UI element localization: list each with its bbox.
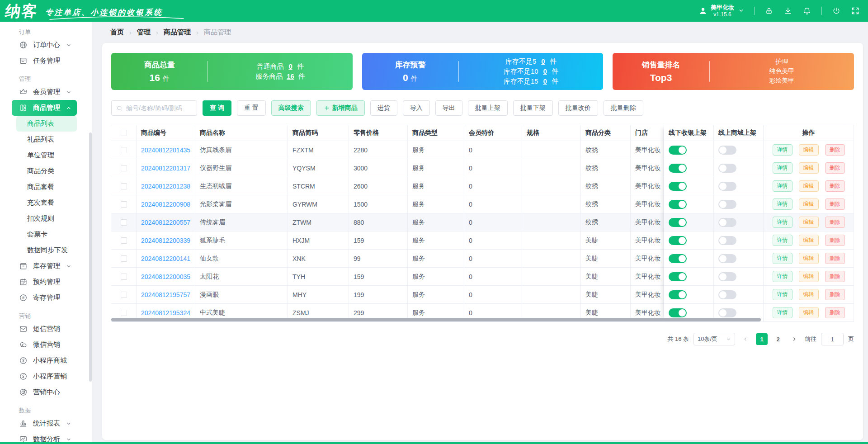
toolbar-button[interactable]: 批量改价: [558, 100, 598, 116]
row-checkbox[interactable]: [121, 165, 127, 171]
sidebar-item[interactable]: 任务管理: [12, 53, 77, 69]
delete-button[interactable]: 删除: [825, 162, 845, 174]
sidebar-subitem[interactable]: 扣次规则: [16, 211, 77, 227]
edit-button[interactable]: 编辑: [799, 144, 819, 156]
detail-button[interactable]: 详情: [773, 307, 793, 318]
online-mall-toggle[interactable]: [718, 272, 736, 281]
delete-button[interactable]: 删除: [825, 289, 845, 300]
edit-button[interactable]: 编辑: [799, 271, 819, 282]
detail-button[interactable]: 详情: [773, 162, 793, 174]
offline-cash-toggle[interactable]: [669, 182, 687, 191]
offline-cash-toggle[interactable]: [669, 236, 687, 245]
product-code-link[interactable]: 20240812200141: [141, 255, 190, 262]
delete-button[interactable]: 删除: [825, 198, 845, 210]
sidebar-subitem[interactable]: 商品套餐: [16, 179, 77, 195]
detail-button[interactable]: 详情: [773, 217, 793, 228]
detail-button[interactable]: 详情: [773, 180, 793, 192]
offline-cash-toggle[interactable]: [669, 254, 687, 263]
delete-button[interactable]: 删除: [825, 235, 845, 246]
sidebar-item[interactable]: 营销中心: [12, 384, 77, 400]
detail-button[interactable]: 详情: [773, 271, 793, 282]
sidebar-item[interactable]: 库存管理: [12, 258, 77, 274]
delete-button[interactable]: 删除: [825, 307, 845, 318]
row-checkbox[interactable]: [121, 219, 127, 226]
goto-page-input[interactable]: [821, 333, 844, 345]
page-button[interactable]: 1: [756, 333, 768, 345]
horizontal-scroll-thumb[interactable]: [111, 318, 761, 321]
edit-button[interactable]: 编辑: [799, 217, 819, 228]
row-checkbox[interactable]: [121, 292, 127, 298]
row-checkbox[interactable]: [121, 310, 127, 316]
online-mall-toggle[interactable]: [718, 254, 736, 263]
edit-button[interactable]: 编辑: [799, 180, 819, 192]
edit-button[interactable]: 编辑: [799, 162, 819, 174]
edit-button[interactable]: 编辑: [799, 235, 819, 246]
fullscreen-icon[interactable]: [851, 6, 860, 15]
sidebar-subitem[interactable]: 单位管理: [16, 147, 77, 163]
power-icon[interactable]: [832, 6, 841, 15]
sidebar-item[interactable]: 预约管理: [12, 274, 77, 290]
detail-button[interactable]: 详情: [773, 253, 793, 264]
sidebar-item[interactable]: 寄寄存管理: [12, 290, 77, 306]
product-code-link[interactable]: 20240812201317: [141, 165, 190, 172]
breadcrumb-item[interactable]: 商品管理: [164, 28, 191, 37]
product-code-link[interactable]: 20240812195757: [141, 291, 190, 298]
page-size-select[interactable]: 10条/页: [693, 333, 735, 345]
bell-icon[interactable]: [802, 6, 811, 15]
online-mall-toggle[interactable]: [718, 218, 736, 227]
toolbar-button[interactable]: 批量删除: [604, 100, 643, 116]
edit-button[interactable]: 编辑: [799, 289, 819, 300]
edit-button[interactable]: 编辑: [799, 307, 819, 318]
toolbar-button[interactable]: 批量上架: [468, 100, 508, 116]
product-code-link[interactable]: 20240812201435: [141, 146, 190, 154]
offline-cash-toggle[interactable]: [669, 218, 687, 227]
lock-icon[interactable]: [764, 6, 774, 15]
delete-button[interactable]: 删除: [825, 271, 845, 282]
row-checkbox[interactable]: [121, 255, 127, 262]
breadcrumb-item[interactable]: 首页: [110, 28, 124, 37]
offline-cash-toggle[interactable]: [669, 164, 687, 173]
select-all-checkbox[interactable]: [121, 130, 127, 136]
page-button[interactable]: 2: [772, 333, 784, 345]
product-code-link[interactable]: 20240812200035: [141, 273, 190, 280]
toolbar-button[interactable]: 进货: [370, 100, 397, 116]
edit-button[interactable]: 编辑: [799, 253, 819, 264]
toolbar-button[interactable]: 重 置: [237, 100, 266, 116]
row-checkbox[interactable]: [121, 147, 127, 153]
account-menu[interactable]: 美甲化妆 v1.15.6: [698, 4, 744, 18]
online-mall-toggle[interactable]: [718, 200, 736, 209]
sidebar-subitem[interactable]: 充次套餐: [16, 195, 77, 211]
sidebar-subitem[interactable]: 礼品列表: [16, 132, 77, 147]
sidebar-item[interactable]: 小程序营销: [12, 368, 77, 384]
sidebar-item[interactable]: 订单中心: [12, 37, 77, 53]
offline-cash-toggle[interactable]: [669, 200, 687, 209]
delete-button[interactable]: 删除: [825, 180, 845, 192]
product-code-link[interactable]: 20240812201238: [141, 183, 190, 190]
delete-button[interactable]: 删除: [825, 217, 845, 228]
row-checkbox[interactable]: [121, 274, 127, 280]
offline-cash-toggle[interactable]: [669, 308, 687, 317]
online-mall-toggle[interactable]: [718, 308, 736, 317]
next-page-button[interactable]: [788, 333, 800, 345]
sidebar-scroll-thumb[interactable]: [89, 132, 92, 382]
detail-button[interactable]: 详情: [773, 289, 793, 300]
row-checkbox[interactable]: [121, 183, 127, 189]
offline-cash-toggle[interactable]: [669, 290, 687, 299]
row-checkbox[interactable]: [121, 237, 127, 244]
toolbar-button[interactable]: 新增商品: [316, 100, 365, 116]
sidebar-item[interactable]: 商品管理: [12, 100, 77, 116]
row-checkbox[interactable]: [121, 201, 127, 208]
online-mall-toggle[interactable]: [718, 182, 736, 191]
toolbar-button[interactable]: 导出: [435, 100, 462, 116]
sidebar-subitem[interactable]: 商品列表: [16, 116, 77, 132]
delete-button[interactable]: 删除: [825, 253, 845, 264]
delete-button[interactable]: 删除: [825, 144, 845, 156]
sidebar-item[interactable]: 短信营销: [12, 321, 77, 337]
search-input[interactable]: [126, 104, 192, 112]
detail-button[interactable]: 详情: [773, 198, 793, 210]
sidebar-item[interactable]: 微信营销: [12, 337, 77, 353]
online-mall-toggle[interactable]: [718, 290, 736, 299]
sidebar-item[interactable]: 小程序商城: [12, 353, 77, 368]
sidebar-subitem[interactable]: 套票卡: [16, 227, 77, 242]
prev-page-button[interactable]: [740, 333, 751, 345]
